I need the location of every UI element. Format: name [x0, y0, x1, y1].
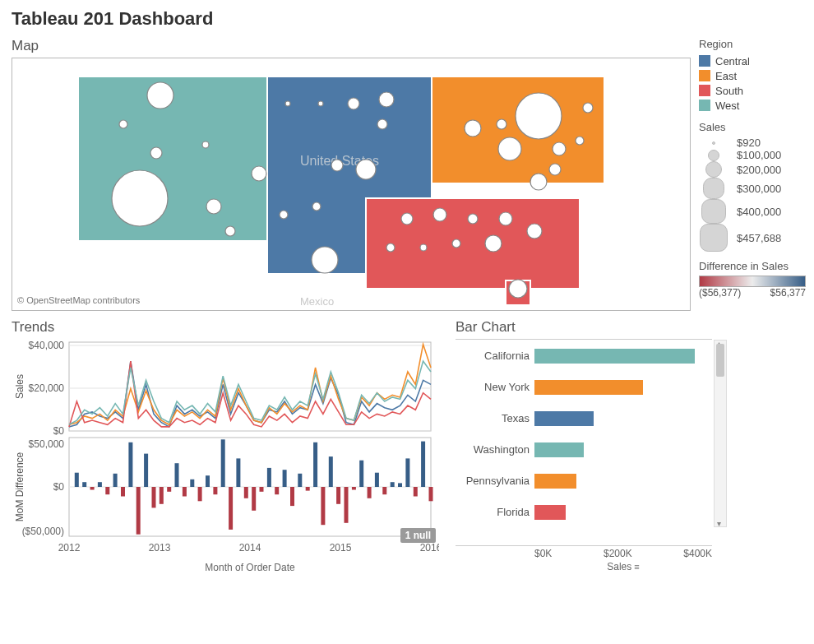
svg-rect-59	[121, 487, 125, 497]
table-row[interactable]: Pennsylvania	[456, 465, 712, 496]
svg-rect-87	[336, 487, 340, 504]
svg-text:Month of Order Date: Month of Order Date	[205, 562, 295, 573]
svg-rect-77	[260, 487, 264, 492]
svg-point-9	[318, 101, 323, 106]
svg-rect-96	[405, 458, 409, 487]
svg-rect-60	[128, 442, 132, 487]
svg-rect-92	[375, 473, 379, 487]
svg-rect-74	[236, 458, 240, 487]
svg-rect-58	[113, 474, 118, 487]
svg-text:$40,000: $40,000	[29, 340, 65, 351]
page-title: Tableau 201 Dashboard	[12, 8, 802, 30]
svg-rect-69	[198, 487, 202, 501]
scrollbar[interactable]: ▴ ▾	[714, 340, 727, 527]
legend-region-title: Region	[699, 38, 806, 50]
svg-rect-75	[244, 487, 248, 498]
table-row[interactable]: New York	[456, 371, 712, 402]
svg-text:Sales: Sales	[14, 374, 25, 399]
state-bar	[534, 474, 576, 489]
trends-viz[interactable]: $40,000 $20,000 $0 Sales $50,000 $0 ($50…	[12, 339, 439, 577]
state-bar	[534, 349, 695, 364]
scrollbar-thumb[interactable]	[716, 344, 724, 377]
svg-point-10	[348, 98, 359, 109]
legend-item-west[interactable]: West	[699, 98, 806, 113]
svg-text:$20,000: $20,000	[29, 382, 65, 394]
legend-sales-title: Sales	[699, 121, 806, 133]
svg-rect-57	[105, 487, 109, 494]
svg-point-19	[553, 142, 566, 155]
svg-point-2	[119, 120, 127, 128]
svg-text:2014: 2014	[239, 542, 261, 554]
state-label: California	[456, 350, 534, 362]
svg-rect-66	[175, 463, 179, 487]
svg-rect-54	[82, 482, 86, 487]
state-bar	[534, 380, 643, 395]
legend-item-south[interactable]: South	[699, 83, 806, 98]
map-viz[interactable]: United States Mexico	[12, 58, 691, 311]
svg-point-23	[530, 174, 547, 190]
map-title: Map	[12, 38, 691, 54]
svg-rect-81	[290, 487, 294, 506]
svg-point-6	[225, 226, 235, 236]
null-badge[interactable]: 1 null	[400, 528, 436, 543]
svg-point-11	[377, 119, 387, 129]
svg-text:2015: 2015	[330, 542, 352, 554]
svg-point-22	[549, 164, 561, 175]
svg-text:$50,000: $50,000	[29, 438, 65, 450]
state-label: Florida	[456, 506, 534, 518]
region-south	[366, 198, 580, 289]
trends-panel: Trends $40,000 $20,000 $0 Sales	[12, 319, 439, 581]
svg-rect-97	[414, 487, 418, 497]
svg-point-20	[576, 137, 584, 145]
barchart-viz[interactable]: ▴ ▾ CaliforniaNew YorkTexasWashingtonPen…	[456, 339, 712, 546]
svg-rect-91	[368, 487, 372, 498]
state-label: Washington	[456, 443, 534, 456]
svg-rect-79	[275, 487, 279, 494]
svg-point-13	[331, 160, 343, 171]
svg-rect-62	[144, 454, 148, 487]
svg-text:MoM Difference: MoM Difference	[14, 452, 25, 521]
table-row[interactable]: Florida	[456, 496, 712, 527]
legend-diff-title: Difference in Sales	[699, 260, 806, 272]
svg-rect-67	[183, 487, 187, 497]
table-row[interactable]: Texas	[456, 402, 712, 433]
svg-rect-95	[398, 483, 402, 487]
svg-point-26	[468, 214, 478, 224]
legend-item-east[interactable]: East	[699, 68, 806, 83]
svg-rect-78	[267, 468, 271, 487]
svg-point-8	[285, 101, 290, 106]
bubble-pennsylvania	[498, 137, 521, 160]
svg-rect-53	[75, 473, 79, 487]
table-row[interactable]: California	[456, 340, 712, 371]
svg-point-7	[252, 166, 266, 181]
svg-rect-86	[329, 456, 333, 487]
svg-text:Mexico: Mexico	[300, 295, 334, 308]
legend-panel: Region Central East South West Sales $92…	[691, 38, 809, 311]
diff-gradient	[699, 276, 806, 287]
svg-text:$0: $0	[53, 481, 65, 493]
svg-rect-76	[252, 487, 256, 511]
size-legend-row: $920	[699, 137, 806, 149]
table-row[interactable]: Washington	[456, 433, 712, 465]
state-bar	[534, 442, 584, 457]
svg-rect-61	[136, 487, 141, 535]
svg-point-16	[312, 202, 321, 211]
svg-point-32	[527, 224, 542, 239]
svg-point-28	[386, 243, 395, 252]
svg-point-31	[485, 235, 502, 252]
svg-point-3	[150, 147, 162, 159]
svg-point-25	[433, 208, 446, 221]
svg-rect-56	[98, 482, 102, 487]
svg-rect-80	[283, 470, 287, 487]
bubble-washington	[147, 82, 173, 109]
svg-rect-70	[206, 475, 210, 487]
barchart-xlabel: Sales≡	[534, 559, 712, 572]
sort-descending-icon: ≡	[634, 562, 639, 572]
svg-rect-99	[429, 487, 433, 501]
legend-item-central[interactable]: Central	[699, 53, 806, 68]
svg-point-29	[420, 244, 427, 251]
svg-rect-94	[391, 482, 395, 487]
svg-rect-72	[221, 439, 225, 487]
svg-point-17	[465, 120, 481, 137]
state-label: Texas	[456, 412, 534, 424]
